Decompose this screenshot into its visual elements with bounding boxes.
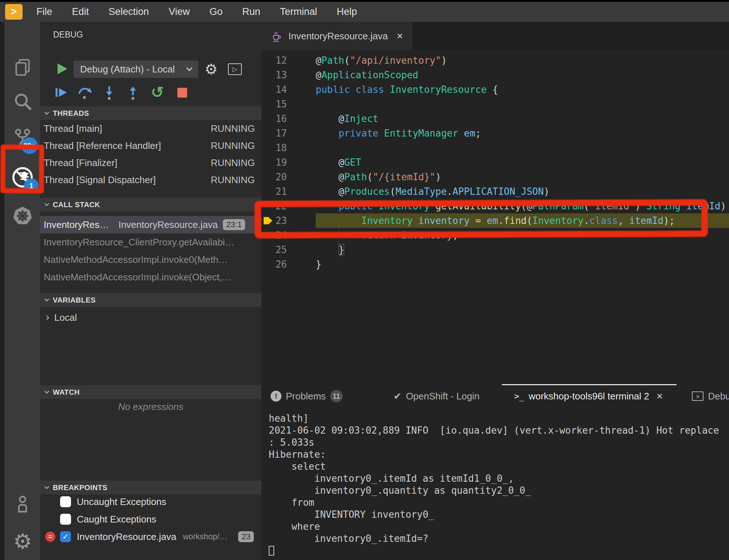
code-line-content: }: [316, 257, 729, 272]
terminal-output[interactable]: health]2021-06-02 09:03:02,889 INFO [io.…: [261, 408, 729, 559]
configure-gear-icon[interactable]: ⚙: [205, 61, 218, 77]
line-number[interactable]: 14: [261, 84, 291, 95]
line-number[interactable]: 15: [261, 99, 291, 110]
menu-item-run[interactable]: Run: [242, 6, 260, 17]
editor-tab-bar: InventoryResource.java ×: [261, 22, 729, 50]
java-file-icon: [271, 30, 283, 42]
explorer-icon[interactable]: [9, 54, 36, 81]
code-line[interactable]: 14public class InventoryResource {: [261, 82, 729, 97]
menu-item-selection[interactable]: Selection: [109, 6, 149, 17]
line-number[interactable]: 21: [261, 186, 291, 197]
breakpoint-row[interactable]: Uncaught Exceptions: [40, 493, 261, 510]
terminal-cursor: [269, 546, 274, 556]
menu-item-file[interactable]: File: [36, 6, 52, 17]
breakpoint-verified-icon: =: [45, 532, 55, 542]
terminal-line: 2021-06-02 09:03:02,889 INFO [io.qua.dev…: [269, 425, 729, 437]
editor-area: InventoryResource.java × 12@Path("/api/i…: [261, 22, 729, 560]
code-line[interactable]: 20 @Path("/{itemId}"): [261, 170, 729, 184]
menu-item-edit[interactable]: Edit: [72, 6, 89, 17]
thread-row[interactable]: Thread [main]RUNNING: [40, 120, 261, 137]
call-stack-frame[interactable]: InventoryRes…InventoryResource.java23:1: [40, 216, 261, 233]
code-line[interactable]: 25 }: [261, 242, 729, 257]
menu-item-help[interactable]: Help: [337, 6, 357, 17]
line-number[interactable]: 19: [261, 157, 291, 168]
step-into-button[interactable]: [101, 84, 117, 100]
debug-toolbar: ↺: [40, 84, 261, 102]
chevron-down-icon: [44, 297, 49, 301]
thread-row[interactable]: Thread [Finalizer]RUNNING: [40, 154, 261, 171]
variables-section-header[interactable]: VARIABLES: [40, 293, 261, 307]
search-icon[interactable]: [9, 88, 36, 115]
account-icon[interactable]: [9, 491, 36, 518]
thread-row[interactable]: Thread [Signal Dispatcher]RUNNING: [40, 171, 261, 189]
terminal-line: select: [269, 461, 729, 473]
code-line-content: @Inject: [316, 111, 729, 126]
code-line[interactable]: 15: [261, 97, 729, 111]
close-icon[interactable]: ×: [397, 30, 403, 42]
thread-status: RUNNING: [211, 174, 255, 186]
app-logo-icon[interactable]: >: [5, 4, 23, 20]
thread-status: RUNNING: [211, 140, 255, 151]
panel-tab-bar: ! Problems 11 ✔ OpenShift - Login >_ wor…: [261, 384, 729, 408]
debug-config-select[interactable]: Debug (Attach) - Local: [74, 60, 198, 78]
line-number[interactable]: 17: [261, 128, 291, 139]
call-stack-section-header[interactable]: CALL STACK: [40, 198, 261, 212]
continue-button[interactable]: [53, 84, 69, 100]
tab-debug-console[interactable]: > Debug C: [692, 391, 729, 402]
terminal-line: inventory0_.itemId as itemId1_0_0_,: [269, 473, 729, 485]
debug-console-icon: >: [692, 391, 704, 401]
step-out-button[interactable]: [125, 84, 141, 100]
call-stack-frame[interactable]: NativeMethodAccessorImpl.invoke0(Meth…: [40, 251, 261, 268]
code-line[interactable]: 16 @Inject: [261, 111, 729, 126]
line-number[interactable]: 25: [261, 244, 291, 255]
line-number[interactable]: 26: [261, 259, 291, 270]
code-line[interactable]: 17 private EntityManager em;: [261, 126, 729, 141]
thread-name: Thread [Reference Handler]: [44, 140, 211, 151]
breakpoint-row[interactable]: Caught Exceptions: [40, 510, 261, 528]
code-line[interactable]: 12@Path("/api/inventory"): [261, 53, 729, 68]
line-number[interactable]: 20: [261, 171, 291, 182]
code-line-content: [316, 141, 729, 155]
checkbox-unchecked[interactable]: [60, 514, 71, 525]
threads-section-header[interactable]: THREADS: [40, 106, 261, 120]
kubernetes-icon[interactable]: [9, 202, 36, 229]
step-over-button[interactable]: [77, 84, 93, 100]
breakpoints-section-header[interactable]: BREAKPOINTS: [40, 481, 261, 494]
close-icon[interactable]: ×: [657, 390, 663, 402]
menu-item-view[interactable]: View: [169, 6, 190, 17]
line-number[interactable]: 12: [261, 55, 291, 66]
line-number[interactable]: 18: [261, 142, 291, 153]
thread-row[interactable]: Thread [Reference Handler]RUNNING: [40, 137, 261, 154]
tab-problems[interactable]: ! Problems 11: [271, 390, 343, 402]
stop-button[interactable]: [174, 84, 190, 100]
call-stack-frame[interactable]: NativeMethodAccessorImpl.invoke(Object,…: [40, 268, 261, 286]
breakpoint-row[interactable]: = ✓ InventoryResource.java workshop/… 23: [40, 528, 261, 545]
breakpoint-path: workshop/…: [183, 532, 227, 541]
line-number[interactable]: 16: [261, 113, 291, 124]
code-line[interactable]: 13@ApplicationScoped: [261, 68, 729, 82]
debug-console-icon[interactable]: ▷: [228, 63, 242, 75]
code-line[interactable]: 18: [261, 141, 729, 155]
tab-openshift-login[interactable]: ✔ OpenShift - Login: [394, 391, 480, 402]
line-number[interactable]: 13: [261, 70, 291, 80]
thread-status: RUNNING: [211, 157, 255, 169]
code-line[interactable]: 19 @GET: [261, 155, 729, 170]
checkbox-checked[interactable]: ✓: [60, 531, 71, 542]
start-debug-button[interactable]: [58, 63, 67, 74]
restart-button[interactable]: ↺: [149, 84, 165, 100]
thread-status: RUNNING: [211, 123, 255, 134]
tab-terminal[interactable]: >_ workshop-tools96l terminal 2 ×: [514, 390, 663, 402]
call-stack-frame[interactable]: InventoryResource_ClientProxy.getAvailab…: [40, 233, 261, 251]
variables-local-scope[interactable]: Local: [40, 309, 261, 326]
checkbox-unchecked[interactable]: [60, 496, 71, 507]
code-line-content: @Path("/api/inventory"): [316, 53, 729, 68]
code-line[interactable]: 26}: [261, 257, 729, 272]
code-line[interactable]: 21 @Produces(MediaType.APPLICATION_JSON): [261, 184, 729, 199]
terminal-line: where: [269, 521, 729, 533]
menu-item-go[interactable]: Go: [209, 6, 222, 17]
editor-tab[interactable]: InventoryResource.java ×: [261, 22, 413, 50]
thread-name: Thread [Signal Dispatcher]: [44, 174, 211, 186]
settings-gear-icon[interactable]: ⚙: [9, 528, 36, 555]
menu-item-terminal[interactable]: Terminal: [280, 6, 317, 17]
watch-section-header[interactable]: WATCH: [40, 385, 261, 399]
